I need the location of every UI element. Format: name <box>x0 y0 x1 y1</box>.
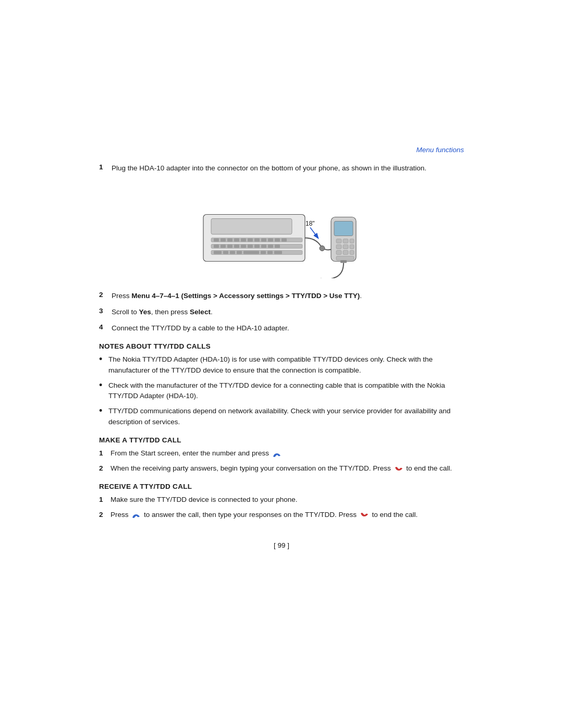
receive-call-step-1: 1 Make sure the TTY/TDD device is connec… <box>99 495 464 505</box>
make-call-steps: 1 From the Start screen, enter the numbe… <box>99 448 464 474</box>
make-call-heading: Make a TTY/TDD call <box>99 436 464 444</box>
svg-point-49 <box>320 245 325 251</box>
receive-call-heading: Receive a TTY/TDD call <box>99 483 464 490</box>
bullet-dot-2: • <box>99 380 108 391</box>
make-call-step-1: 1 From the Start screen, enter the numbe… <box>99 448 464 459</box>
svg-rect-29 <box>237 251 242 254</box>
notes-bullet-1: • The Nokia TTY/TDD Adapter (HDA-10) is … <box>99 354 464 376</box>
notes-heading: Notes about TTY/TDD calls <box>99 342 464 350</box>
svg-rect-30 <box>243 251 259 254</box>
svg-rect-28 <box>230 251 235 254</box>
illustration: 18" <box>99 184 464 278</box>
svg-rect-24 <box>268 244 273 248</box>
page-number: [ 99 ] <box>99 541 464 549</box>
svg-rect-20 <box>241 244 246 248</box>
svg-rect-43 <box>350 244 354 249</box>
svg-rect-13 <box>268 238 273 241</box>
svg-rect-21 <box>248 244 253 248</box>
make-call-step-2-text: When the receiving party answers, begin … <box>111 463 452 474</box>
svg-rect-25 <box>275 244 280 248</box>
end-call-icon-2 <box>360 511 369 519</box>
page: Menu functions 1 Plug the HDA-10 adapter… <box>0 0 563 728</box>
svg-rect-32 <box>267 251 273 254</box>
step-2-number: 2 <box>99 291 112 299</box>
step-4-number: 4 <box>99 323 112 331</box>
step-1-number: 1 <box>99 163 112 171</box>
svg-rect-17 <box>221 244 226 248</box>
notes-bullet-1-text: The Nokia TTY/TDD Adapter (HDA-10) is fo… <box>108 354 464 376</box>
svg-rect-5 <box>214 238 219 241</box>
make-call-step-1-number: 1 <box>99 448 111 459</box>
make-call-step-1-text: From the Start screen, enter the number … <box>111 448 283 459</box>
svg-rect-6 <box>221 238 226 241</box>
section-header: Menu functions <box>99 146 464 154</box>
send-call-icon <box>272 450 282 458</box>
notes-bullet-list: • The Nokia TTY/TDD Adapter (HDA-10) is … <box>99 354 464 428</box>
step-4-text: Connect the TTY/TDD by a cable to the HD… <box>112 323 289 334</box>
make-call-step-2-number: 2 <box>99 463 111 474</box>
end-call-icon-1 <box>394 465 403 473</box>
svg-rect-12 <box>261 238 266 241</box>
svg-rect-26 <box>214 251 222 254</box>
step-2-text: Press Menu 4–7–4–1 (Settings > Accessory… <box>112 291 362 302</box>
svg-line-34 <box>310 227 318 238</box>
bullet-dot-3: • <box>99 405 108 417</box>
svg-rect-46 <box>350 250 354 254</box>
tty-illustration: 18" <box>188 184 375 278</box>
make-call-step-2: 2 When the receiving party answers, begi… <box>99 463 464 474</box>
receive-call-step-2-text: Press to answer the call, then type your… <box>111 510 418 521</box>
notes-bullet-3: • TTY/TDD communications depend on netwo… <box>99 406 464 428</box>
svg-rect-11 <box>254 238 260 241</box>
svg-text:18": 18" <box>305 219 315 227</box>
svg-rect-37 <box>334 221 353 236</box>
notes-bullet-3-text: TTY/TDD communications depend on network… <box>108 406 464 428</box>
svg-rect-48 <box>340 260 347 263</box>
svg-rect-10 <box>248 238 253 241</box>
svg-rect-33 <box>274 251 282 254</box>
notes-bullet-2-text: Check with the manufacturer of the TTY/T… <box>108 380 464 402</box>
send-call-icon-2 <box>131 511 141 519</box>
step-1: 1 Plug the HDA-10 adapter into the conne… <box>99 163 464 174</box>
svg-rect-1 <box>211 218 292 234</box>
svg-rect-42 <box>343 244 348 249</box>
svg-rect-40 <box>350 239 354 243</box>
receive-call-step-2: 2 Press to answer the call, then type yo… <box>99 510 464 521</box>
step-3-number: 3 <box>99 307 112 315</box>
bullet-dot-1: • <box>99 354 108 365</box>
receive-call-step-1-text: Make sure the TTY/TDD device is connecte… <box>111 495 297 505</box>
svg-rect-44 <box>336 250 341 254</box>
svg-rect-14 <box>275 238 280 241</box>
svg-rect-38 <box>336 239 341 243</box>
svg-rect-41 <box>336 244 341 249</box>
step-3: 3 Scroll to Yes, then press Select. <box>99 307 464 318</box>
svg-rect-27 <box>223 251 228 254</box>
svg-rect-18 <box>227 244 232 248</box>
step-2: 2 Press Menu 4–7–4–1 (Settings > Accesso… <box>99 291 464 302</box>
svg-rect-15 <box>282 238 287 241</box>
receive-call-steps: 1 Make sure the TTY/TDD device is connec… <box>99 495 464 521</box>
svg-rect-23 <box>261 244 266 248</box>
notes-bullet-2: • Check with the manufacturer of the TTY… <box>99 380 464 402</box>
svg-rect-19 <box>234 244 239 248</box>
step-3-text: Scroll to Yes, then press Select. <box>112 307 213 318</box>
svg-rect-47 <box>336 256 354 260</box>
svg-rect-31 <box>261 251 266 254</box>
step-1-text: Plug the HDA-10 adapter into the connect… <box>112 163 426 174</box>
receive-call-step-2-number: 2 <box>99 510 111 521</box>
svg-rect-22 <box>254 244 260 248</box>
svg-rect-8 <box>234 238 239 241</box>
svg-rect-16 <box>214 244 219 248</box>
svg-rect-45 <box>343 250 348 254</box>
svg-rect-39 <box>343 239 348 243</box>
svg-rect-7 <box>227 238 232 241</box>
receive-call-step-1-number: 1 <box>99 495 111 505</box>
step-4: 4 Connect the TTY/TDD by a cable to the … <box>99 323 464 334</box>
svg-rect-9 <box>241 238 246 241</box>
